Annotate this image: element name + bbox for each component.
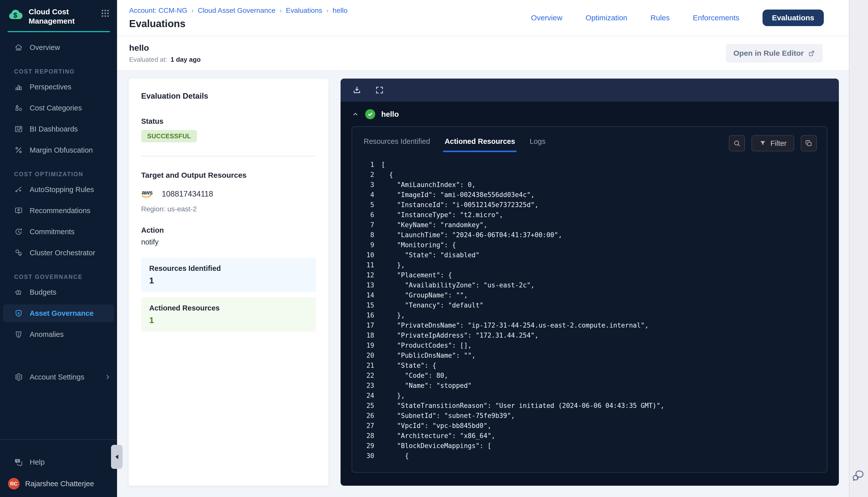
sidebar-item-budgets[interactable]: $ Budgets xyxy=(0,283,117,301)
code-line: 18 "PrivateIpAddress": "172.31.44.254", xyxy=(352,330,827,340)
sidebar-item-recommendations[interactable]: Recommendations xyxy=(0,202,117,219)
output-viewer: hello Resources Identified Actioned Reso… xyxy=(340,79,839,486)
line-number: 25 xyxy=(352,401,374,411)
collapse-caret-icon[interactable] xyxy=(352,111,359,118)
action-value: notify xyxy=(141,238,316,246)
search-icon xyxy=(733,139,741,147)
sidebar-item-cluster-orchestrator[interactable]: Cluster Orchestrator xyxy=(0,244,117,261)
nav-link-overview[interactable]: Overview xyxy=(531,14,562,22)
line-content: "Architecture": "x86_64", xyxy=(381,431,495,441)
copy-button[interactable] xyxy=(801,135,817,151)
help-chat-icon: ? xyxy=(14,458,23,467)
line-number: 16 xyxy=(352,310,374,320)
nav-link-enforcements[interactable]: Enforcements xyxy=(693,14,739,22)
filter-button[interactable]: Filter xyxy=(752,135,794,151)
viewer-body: hello Resources Identified Actioned Reso… xyxy=(340,102,839,486)
sidebar-item-cost-categories[interactable]: Cost Categories xyxy=(0,99,117,117)
nav-link-optimization[interactable]: Optimization xyxy=(586,14,627,22)
code-line: 11 }, xyxy=(352,260,827,270)
line-content: "GroupName": "", xyxy=(381,290,468,300)
line-number: 10 xyxy=(352,250,374,260)
nav-link-evaluations-active[interactable]: Evaluations xyxy=(762,10,824,26)
code-line: 20 "PublicDnsName": "", xyxy=(352,351,827,360)
resources-identified-label: Resources Identified xyxy=(149,264,308,273)
avatar: RC xyxy=(8,478,19,489)
open-in-rule-editor-button[interactable]: Open in Rule Editor xyxy=(726,44,823,62)
tab-actioned-resources[interactable]: Actioned Resources xyxy=(445,137,515,152)
funnel-icon xyxy=(759,140,767,147)
svg-text:?: ? xyxy=(17,459,18,463)
page-header: Account: CCM-NG › Cloud Asset Governance… xyxy=(117,0,849,36)
viewer-tabs: Resources Identified Actioned Resources … xyxy=(352,127,827,152)
sidebar-item-asset-governance[interactable]: $ Asset Governance xyxy=(3,304,114,322)
gear-icon xyxy=(14,372,23,382)
run-name: hello xyxy=(381,110,399,118)
tab-resources-identified[interactable]: Resources Identified xyxy=(364,137,430,152)
sidebar-item-label: Anomalies xyxy=(30,330,64,339)
target-resources-label: Target and Output Resources xyxy=(141,171,316,180)
run-row: hello xyxy=(340,102,839,119)
user-menu[interactable]: RC Rajarshee Chatterjee xyxy=(0,477,117,497)
sidebar-item-label: Cluster Orchestrator xyxy=(30,249,95,257)
support-chat-icon[interactable] xyxy=(852,469,865,485)
collapse-left-icon xyxy=(115,455,118,459)
nav-link-rules[interactable]: Rules xyxy=(650,14,670,22)
code-line: 29 "BlockDeviceMappings": [ xyxy=(352,441,827,451)
sidebar-collapse-handle[interactable] xyxy=(111,445,123,469)
sidebar: $ Cloud Cost Management Overview COST R xyxy=(0,0,117,497)
status-badge: SUCCESSFUL xyxy=(141,130,197,142)
sidebar-item-help[interactable]: ? Help xyxy=(0,453,117,471)
line-content: "InstanceId": "i-00512145e7372325d", xyxy=(381,200,538,210)
ccm-logo-icon: $ xyxy=(8,6,24,24)
sidebar-item-autostopping-rules[interactable]: AutoStopping Rules xyxy=(0,181,117,198)
sidebar-item-margin-obfuscation[interactable]: Margin Obfuscation xyxy=(0,141,117,159)
sidebar-item-anomalies[interactable]: Anomalies xyxy=(0,326,117,343)
sidebar-item-bi-dashboards[interactable]: BI Dashboards xyxy=(0,120,117,138)
download-icon[interactable] xyxy=(352,85,362,95)
code-line: 12 "Placement": { xyxy=(352,270,827,280)
line-content: { xyxy=(381,451,409,461)
line-content: "InstanceType": "t2.micro", xyxy=(381,210,503,220)
sidebar-item-commitments[interactable]: Commitments xyxy=(0,223,117,240)
line-content: "StateTransitionReason": "User initiated… xyxy=(381,401,664,411)
code-line: 27 "VpcId": "vpc-bb845bd0", xyxy=(352,421,827,431)
sidebar-item-overview[interactable]: Overview xyxy=(0,39,117,56)
line-number: 2 xyxy=(352,170,374,180)
module-grid-icon[interactable] xyxy=(100,9,110,19)
user-name: Rajarshee Chatterjee xyxy=(25,480,94,488)
breadcrumb-separator: › xyxy=(326,6,328,15)
sidebar-item-label: Budgets xyxy=(30,288,56,296)
clock-refresh-icon xyxy=(14,227,23,236)
sidebar-item-account-settings[interactable]: Account Settings xyxy=(0,368,117,386)
bar-chart-icon xyxy=(14,82,23,91)
line-number: 23 xyxy=(352,381,374,390)
actioned-resources-value: 1 xyxy=(149,315,308,325)
breadcrumb-link-account[interactable]: Account: CCM-NG xyxy=(129,6,187,15)
line-content: }, xyxy=(381,390,405,401)
shapes-icon xyxy=(14,103,23,112)
breadcrumb-link-cloud-asset-governance[interactable]: Cloud Asset Governance xyxy=(198,6,276,15)
sidebar-item-perspectives[interactable]: Perspectives xyxy=(0,78,117,96)
breadcrumb-link-evaluations[interactable]: Evaluations xyxy=(286,6,322,15)
code-line: 13 "AvailabilityZone": "us-east-2c", xyxy=(352,280,827,290)
code-line: 10 "State": "disabled" xyxy=(352,250,827,260)
card-divider xyxy=(141,156,316,156)
code-line: 26 "SubnetId": "subnet-75fe9b39", xyxy=(352,411,827,421)
code-line: 17 "PrivateDnsName": "ip-172-31-44-254.u… xyxy=(352,320,827,330)
code-line: 22 "Code": 80, xyxy=(352,370,827,381)
code-line: 4 "ImageId": "ami-002438e556dd03e4c", xyxy=(352,190,827,200)
code-line: 9 "Monitoring": { xyxy=(352,240,827,250)
evaluation-details-card: Evaluation Details Status SUCCESSFUL Tar… xyxy=(129,79,328,486)
sidebar-item-label: Perspectives xyxy=(30,83,71,91)
search-button[interactable] xyxy=(729,135,745,151)
line-number: 7 xyxy=(352,220,374,230)
main-area: Account: CCM-NG › Cloud Asset Governance… xyxy=(117,0,849,497)
line-content: { xyxy=(381,170,393,180)
line-number: 15 xyxy=(352,300,374,310)
fullscreen-icon[interactable] xyxy=(375,85,384,95)
line-content: "Placement": { xyxy=(381,270,452,280)
actioned-resources-label: Actioned Resources xyxy=(149,304,308,312)
tab-logs[interactable]: Logs xyxy=(530,137,546,152)
line-number: 19 xyxy=(352,340,374,351)
code-line: 30 { xyxy=(352,451,827,461)
